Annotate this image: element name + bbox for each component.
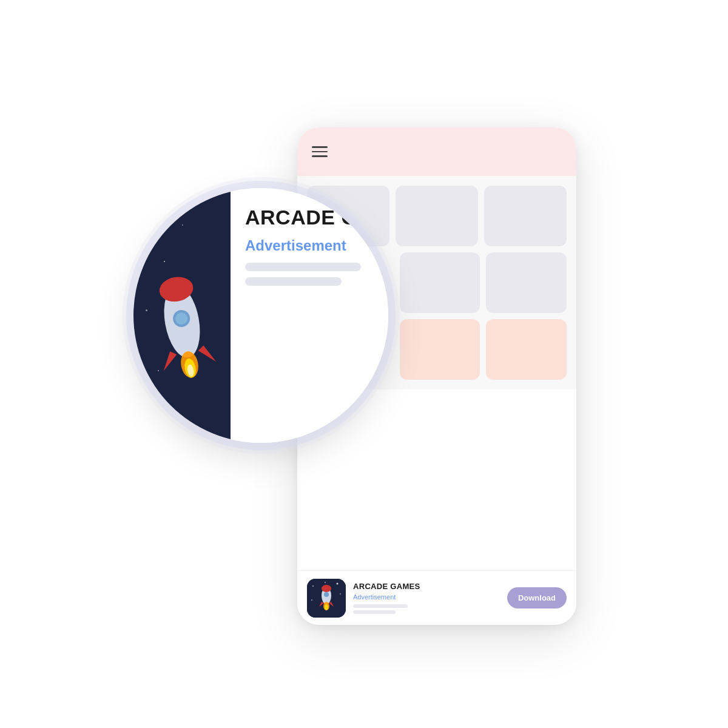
svg-marker-18	[198, 344, 217, 365]
hamburger-icon[interactable]	[312, 146, 328, 157]
mag-left-panel	[133, 188, 231, 443]
mag-line-2	[245, 277, 342, 286]
svg-point-1	[312, 585, 314, 587]
svg-point-8	[324, 592, 329, 597]
phone-header	[297, 127, 576, 176]
svg-point-5	[311, 599, 312, 601]
magnifier-overlay: ARCADE GA Advertisement	[133, 188, 388, 443]
mag-right-panel: ARCADE GA Advertisement	[231, 188, 388, 443]
ad-text-line-2	[353, 610, 396, 614]
download-button[interactable]: Download	[507, 587, 567, 608]
svg-point-7	[322, 585, 331, 592]
svg-point-2	[337, 582, 339, 584]
magnified-ad-content: ARCADE GA Advertisement	[133, 188, 388, 443]
svg-point-12	[325, 604, 328, 610]
ad-label: Advertisement	[353, 593, 500, 601]
grid-card	[484, 186, 567, 246]
ad-text-lines	[353, 604, 500, 614]
grid-row-3	[400, 319, 567, 380]
mag-line-1	[245, 263, 361, 271]
svg-point-4	[340, 593, 341, 595]
ad-app-icon	[307, 579, 346, 618]
ad-text-line-1	[353, 604, 408, 608]
grid-card	[400, 252, 480, 313]
magnifier-inner: ARCADE GA Advertisement	[133, 188, 388, 443]
grid-card-pink	[486, 319, 567, 380]
scene: ARCADE GAMES Advertisement Download	[152, 91, 576, 637]
svg-point-3	[325, 582, 326, 583]
ad-app-title: ARCADE GAMES	[353, 582, 500, 591]
grid-card-pink	[400, 319, 480, 380]
ad-banner: ARCADE GAMES Advertisement Download	[297, 570, 576, 625]
grid-row-2	[400, 252, 567, 313]
svg-marker-17	[160, 350, 179, 371]
grid-card	[486, 252, 567, 313]
grid-card	[396, 186, 478, 246]
mag-ad-label: Advertisement	[245, 237, 374, 254]
mag-text-lines	[245, 263, 374, 286]
mag-app-title: ARCADE GA	[245, 206, 374, 229]
ad-info: ARCADE GAMES Advertisement	[353, 582, 500, 614]
